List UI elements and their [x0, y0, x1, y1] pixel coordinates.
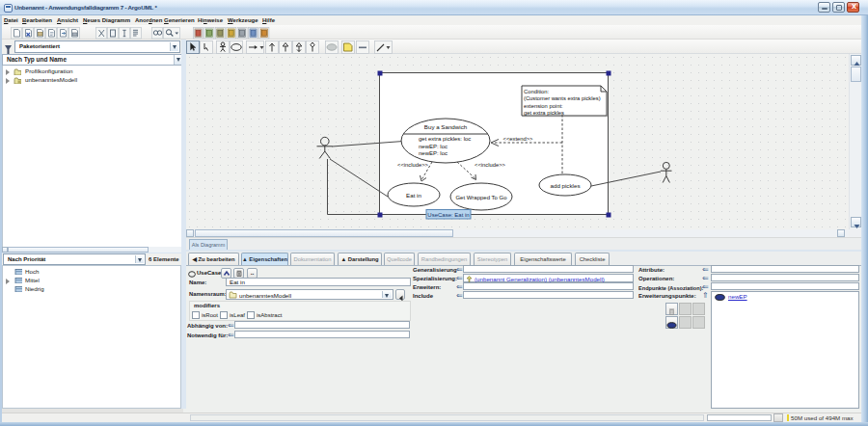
svg-text:(Customer wants extra pickles): (Customer wants extra pickles)	[524, 95, 601, 101]
svg-text:get extra pickles: loc: get extra pickles: loc	[419, 136, 471, 142]
svg-text:newEP: loc: newEP: loc	[419, 150, 448, 156]
svg-text:Buy a Sandwich: Buy a Sandwich	[424, 123, 468, 130]
svg-text:Get Wrapped To Go: Get Wrapped To Go	[455, 195, 507, 200]
svg-text:Condition:: Condition:	[524, 89, 549, 94]
svg-text:<<include>>: <<include>>	[397, 162, 429, 168]
svg-text:<<extend>>: <<extend>>	[503, 136, 534, 142]
svg-text:extension point:: extension point:	[524, 103, 563, 109]
svg-text:Eat in: Eat in	[406, 192, 421, 199]
svg-text:get extra pickles: get extra pickles	[524, 110, 564, 116]
svg-text:UseCase: Eat in: UseCase: Eat in	[427, 212, 469, 218]
svg-text:<<include>>: <<include>>	[475, 162, 506, 168]
svg-text:newEP: loc: newEP: loc	[419, 144, 448, 149]
svg-text:add pickles: add pickles	[551, 182, 581, 189]
